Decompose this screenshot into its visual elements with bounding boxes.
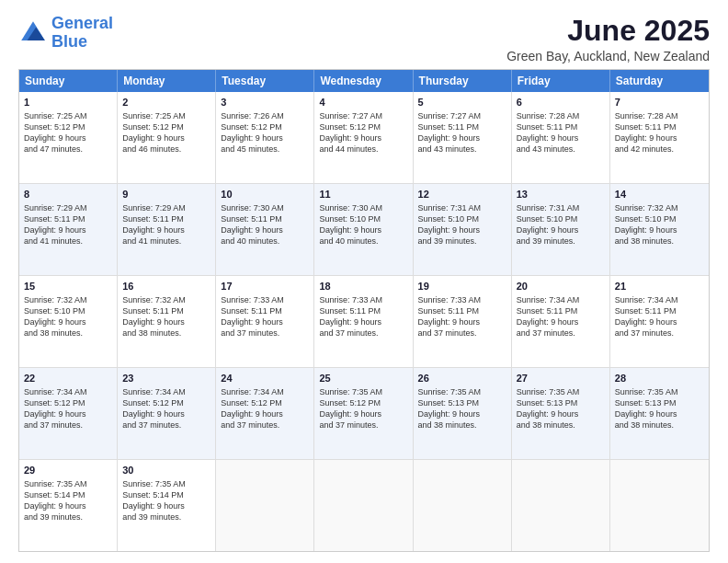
cell-line: Sunrise: 7:26 AM <box>221 110 309 121</box>
cell-line: Daylight: 9 hours <box>221 132 309 144</box>
cell-line: Sunrise: 7:32 AM <box>122 294 210 305</box>
cell-line: and 37 minutes. <box>517 327 605 339</box>
cell-line: Sunrise: 7:33 AM <box>319 294 407 305</box>
logo: General Blue <box>18 15 113 52</box>
cell-line: and 46 minutes. <box>122 144 210 155</box>
day-number: 12 <box>418 188 506 201</box>
calendar-cell: 30Sunrise: 7:35 AMSunset: 5:14 PMDayligh… <box>118 460 216 551</box>
cell-line: and 37 minutes. <box>221 419 309 431</box>
cell-line: Sunset: 5:11 PM <box>418 121 506 132</box>
logo-text: General Blue <box>51 15 113 52</box>
calendar-cell <box>512 460 610 551</box>
cell-line: Sunset: 5:12 PM <box>122 121 210 132</box>
calendar-cell: 7Sunrise: 7:28 AMSunset: 5:11 PMDaylight… <box>610 92 709 183</box>
cell-line: Sunset: 5:12 PM <box>221 397 309 408</box>
cell-line: Daylight: 9 hours <box>418 408 506 419</box>
cell-line: Daylight: 9 hours <box>319 132 407 144</box>
day-number: 24 <box>221 372 309 385</box>
cell-line: Sunset: 5:14 PM <box>122 489 210 500</box>
cell-line: and 43 minutes. <box>517 144 605 155</box>
calendar-cell: 12Sunrise: 7:31 AMSunset: 5:10 PMDayligh… <box>414 184 512 275</box>
cell-line: Sunrise: 7:33 AM <box>221 294 309 305</box>
calendar-row: 8Sunrise: 7:29 AMSunset: 5:11 PMDaylight… <box>19 184 709 276</box>
calendar-header-day: Saturday <box>610 70 709 92</box>
calendar-cell: 27Sunrise: 7:35 AMSunset: 5:13 PMDayligh… <box>512 368 610 459</box>
day-number: 13 <box>517 188 605 201</box>
day-number: 10 <box>221 188 309 201</box>
cell-line: Daylight: 9 hours <box>615 224 704 236</box>
title-block: June 2025 Green Bay, Auckland, New Zeala… <box>506 15 710 63</box>
calendar-cell: 23Sunrise: 7:34 AMSunset: 5:12 PMDayligh… <box>118 368 216 459</box>
calendar-cell: 2Sunrise: 7:25 AMSunset: 5:12 PMDaylight… <box>118 92 216 183</box>
cell-line: and 40 minutes. <box>221 236 309 247</box>
calendar-cell: 10Sunrise: 7:30 AMSunset: 5:11 PMDayligh… <box>216 184 314 275</box>
cell-line: Sunset: 5:11 PM <box>517 305 605 316</box>
cell-line: and 39 minutes. <box>418 236 506 247</box>
cell-line: and 38 minutes. <box>24 327 112 339</box>
cell-line: Daylight: 9 hours <box>122 500 210 511</box>
cell-line: Daylight: 9 hours <box>24 500 112 511</box>
cell-line: and 37 minutes. <box>221 327 309 339</box>
cell-line: and 47 minutes. <box>24 144 112 155</box>
cell-line: Daylight: 9 hours <box>122 224 210 236</box>
cell-line: Sunset: 5:12 PM <box>24 121 112 132</box>
day-number: 1 <box>24 96 112 109</box>
day-number: 6 <box>517 96 605 109</box>
cell-line: Sunrise: 7:28 AM <box>517 110 605 121</box>
cell-line: and 37 minutes. <box>319 327 407 339</box>
cell-line: Sunset: 5:12 PM <box>319 121 407 132</box>
day-number: 21 <box>615 280 704 293</box>
day-number: 23 <box>122 372 210 385</box>
calendar-cell: 5Sunrise: 7:27 AMSunset: 5:11 PMDaylight… <box>414 92 512 183</box>
day-number: 19 <box>418 280 506 293</box>
day-number: 17 <box>221 280 309 293</box>
cell-line: Sunrise: 7:34 AM <box>221 386 309 397</box>
cell-line: Sunset: 5:10 PM <box>615 213 704 224</box>
cell-line: Daylight: 9 hours <box>517 132 605 144</box>
cell-line: and 44 minutes. <box>319 144 407 155</box>
day-number: 11 <box>319 188 407 201</box>
cell-line: Daylight: 9 hours <box>517 224 605 236</box>
cell-line: and 39 minutes. <box>517 236 605 247</box>
cell-line: and 37 minutes. <box>615 327 704 339</box>
day-number: 16 <box>122 280 210 293</box>
cell-line: Sunset: 5:13 PM <box>615 397 704 408</box>
day-number: 30 <box>122 464 210 477</box>
calendar-header: SundayMondayTuesdayWednesdayThursdayFrid… <box>19 70 709 92</box>
calendar-cell: 13Sunrise: 7:31 AMSunset: 5:10 PMDayligh… <box>512 184 610 275</box>
cell-line: Sunrise: 7:34 AM <box>615 294 704 305</box>
cell-line: Sunset: 5:11 PM <box>517 121 605 132</box>
cell-line: Sunrise: 7:27 AM <box>418 110 506 121</box>
cell-line: Daylight: 9 hours <box>319 224 407 236</box>
cell-line: Sunrise: 7:28 AM <box>615 110 704 121</box>
cell-line: Sunrise: 7:25 AM <box>24 110 112 121</box>
cell-line: Sunset: 5:11 PM <box>122 213 210 224</box>
cell-line: Daylight: 9 hours <box>615 132 704 144</box>
cell-line: and 41 minutes. <box>24 236 112 247</box>
day-number: 25 <box>319 372 407 385</box>
calendar-header-day: Friday <box>512 70 610 92</box>
cell-line: Sunset: 5:13 PM <box>517 397 605 408</box>
day-number: 14 <box>615 188 704 201</box>
cell-line: and 39 minutes. <box>122 511 210 523</box>
cell-line: Sunrise: 7:31 AM <box>517 202 605 213</box>
cell-line: Sunrise: 7:27 AM <box>319 110 407 121</box>
day-number: 2 <box>122 96 210 109</box>
day-number: 5 <box>418 96 506 109</box>
calendar-cell: 26Sunrise: 7:35 AMSunset: 5:13 PMDayligh… <box>414 368 512 459</box>
cell-line: and 39 minutes. <box>24 511 112 523</box>
cell-line: and 37 minutes. <box>319 419 407 431</box>
cell-line: Sunset: 5:14 PM <box>24 489 112 500</box>
day-number: 28 <box>615 372 704 385</box>
calendar-cell: 24Sunrise: 7:34 AMSunset: 5:12 PMDayligh… <box>216 368 314 459</box>
cell-line: and 38 minutes. <box>615 419 704 431</box>
calendar-cell: 9Sunrise: 7:29 AMSunset: 5:11 PMDaylight… <box>118 184 216 275</box>
cell-line: Sunset: 5:12 PM <box>24 397 112 408</box>
day-number: 15 <box>24 280 112 293</box>
cell-line: Daylight: 9 hours <box>418 224 506 236</box>
cell-line: Sunrise: 7:35 AM <box>319 386 407 397</box>
calendar-row: 1Sunrise: 7:25 AMSunset: 5:12 PMDaylight… <box>19 92 709 184</box>
cell-line: Sunrise: 7:34 AM <box>24 386 112 397</box>
calendar-cell: 14Sunrise: 7:32 AMSunset: 5:10 PMDayligh… <box>610 184 709 275</box>
cell-line: Sunset: 5:12 PM <box>319 397 407 408</box>
